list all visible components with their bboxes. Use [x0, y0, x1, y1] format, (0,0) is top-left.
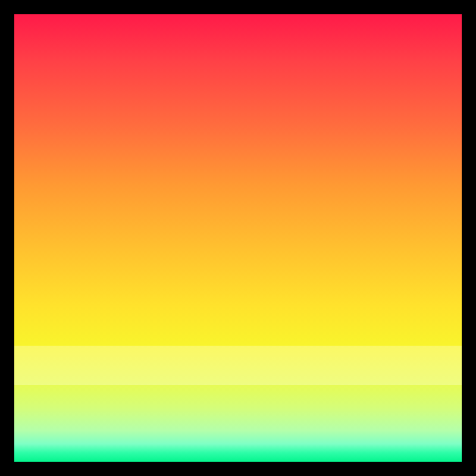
chart-svg	[14, 14, 462, 462]
